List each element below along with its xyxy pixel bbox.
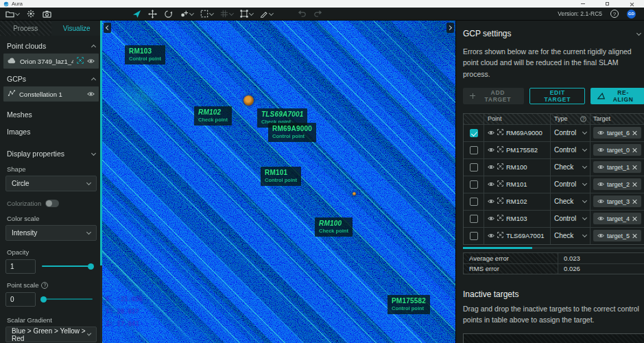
row-focus-icon[interactable] — [497, 232, 503, 239]
remove-target-icon[interactable] — [632, 182, 637, 187]
table-horizontal-scrollbar[interactable] — [463, 247, 644, 249]
target-chip[interactable]: target_6 — [593, 127, 641, 139]
navigate-tool-button[interactable] — [132, 9, 141, 19]
type-dropdown[interactable]: Check — [551, 193, 591, 210]
undo-button[interactable] — [298, 9, 307, 19]
constellation-item[interactable]: Constellation 1 — [3, 86, 99, 102]
add-target-button[interactable]: ADD TARGET — [463, 88, 524, 104]
row-visibility-eye-icon[interactable] — [488, 215, 494, 222]
scalar-gradient-dropdown[interactable]: Blue > Green > Yellow > Red — [5, 327, 97, 342]
add-point-tool-button[interactable] — [180, 9, 193, 19]
visibility-eye-icon[interactable] — [87, 91, 95, 98]
opacity-slider[interactable] — [42, 265, 93, 267]
gcps-section-header[interactable]: GCPs — [7, 75, 95, 83]
row-focus-icon[interactable] — [497, 180, 503, 188]
row-checkbox[interactable] — [470, 129, 478, 137]
row-visibility-eye-icon[interactable] — [488, 146, 494, 154]
gcp-label[interactable]: RM103 Control point — [125, 45, 165, 64]
opacity-input[interactable] — [5, 259, 36, 274]
target-chip[interactable]: target_0 — [593, 144, 641, 156]
point-scale-help-icon[interactable]: ? — [41, 282, 48, 289]
target-visibility-eye-icon[interactable] — [597, 181, 604, 188]
row-checkbox[interactable] — [470, 198, 478, 206]
row-checkbox[interactable] — [470, 180, 478, 189]
row-visibility-eye-icon[interactable] — [488, 163, 494, 171]
tab-visualize[interactable]: Visualize — [51, 21, 103, 36]
screenshot-camera-button[interactable] — [43, 9, 51, 19]
settings-gear-button[interactable] — [27, 9, 35, 19]
row-visibility-eye-icon[interactable] — [488, 232, 494, 239]
visibility-eye-icon[interactable] — [87, 58, 95, 65]
target-visibility-eye-icon[interactable] — [597, 130, 604, 137]
avatar[interactable]: GD — [627, 10, 636, 19]
redo-button[interactable] — [313, 9, 322, 19]
open-project-button[interactable] — [5, 9, 19, 19]
grid-tool-button[interactable] — [220, 9, 233, 19]
rotate-3d-tool-button[interactable] — [164, 9, 173, 19]
gcp-label[interactable]: PM175582 Control point — [387, 295, 430, 314]
target-chip[interactable]: target_2 — [593, 178, 641, 190]
row-focus-icon[interactable] — [497, 215, 503, 222]
remove-target-icon[interactable] — [632, 130, 637, 135]
remove-target-icon[interactable] — [632, 199, 637, 204]
type-dropdown[interactable]: Control — [551, 176, 591, 193]
color-scale-dropdown[interactable]: Intensity — [5, 225, 97, 241]
point-cloud-item[interactable]: Orion 3749_laz1_4.laz — [3, 54, 99, 69]
type-dropdown[interactable]: Control — [551, 142, 591, 158]
point-clouds-section-header[interactable]: Point clouds — [7, 42, 95, 50]
collapse-right-panel-button[interactable] — [446, 23, 454, 33]
colorization-toggle[interactable] — [45, 200, 59, 207]
target-chip[interactable]: target_4 — [593, 213, 641, 224]
target-chip[interactable]: target_1 — [593, 161, 641, 173]
remove-target-icon[interactable] — [632, 147, 637, 152]
gcp-label[interactable]: RM69A9000 Control point — [268, 123, 316, 142]
row-focus-icon[interactable] — [497, 198, 503, 205]
box-select-tool-button[interactable] — [240, 9, 253, 19]
point-cloud-viewport[interactable]: RM103 Control point RM102 Check point TL… — [102, 21, 455, 343]
row-focus-icon[interactable] — [497, 146, 503, 154]
rectangle-select-tool-button[interactable] — [200, 9, 213, 19]
type-dropdown[interactable]: Check — [551, 159, 591, 176]
collapse-panel-chevron-icon[interactable] — [636, 30, 641, 35]
target-visibility-eye-icon[interactable] — [597, 215, 604, 222]
type-dropdown[interactable]: Check — [551, 228, 591, 244]
type-dropdown[interactable]: Control — [551, 125, 591, 141]
pan-move-tool-button[interactable] — [148, 9, 157, 19]
row-focus-icon[interactable] — [497, 129, 503, 137]
shape-dropdown[interactable]: Circle — [5, 176, 97, 191]
row-checkbox[interactable] — [470, 163, 478, 172]
window-close-button[interactable] — [630, 2, 634, 6]
zoom-to-extent-icon[interactable] — [77, 57, 84, 65]
remove-target-icon[interactable] — [632, 165, 637, 169]
images-section-header[interactable]: Images — [7, 128, 95, 136]
target-visibility-eye-icon[interactable] — [597, 147, 604, 154]
realign-button[interactable]: RE-ALIGN — [591, 88, 644, 104]
row-visibility-eye-icon[interactable] — [488, 129, 494, 137]
remove-target-icon[interactable] — [632, 233, 637, 238]
target-chip[interactable]: target_5 — [593, 230, 641, 241]
gcp-label[interactable]: RM101 Control point — [261, 167, 301, 186]
inactive-targets-dropzone[interactable] — [463, 333, 644, 343]
window-minimize-button[interactable] — [581, 3, 585, 4]
gcp-target-marker[interactable] — [243, 95, 254, 106]
gcp-label[interactable]: RM100 Check point — [315, 217, 353, 237]
edit-target-button[interactable]: EDIT TARGET — [529, 88, 585, 104]
point-scale-input[interactable] — [5, 292, 36, 307]
tab-process[interactable]: Process — [0, 21, 51, 36]
measure-tool-button[interactable] — [260, 9, 273, 19]
target-visibility-eye-icon[interactable] — [597, 164, 604, 171]
row-checkbox[interactable] — [470, 146, 478, 154]
target-chip[interactable]: target_3 — [593, 196, 641, 207]
row-focus-icon[interactable] — [497, 163, 503, 171]
help-icon[interactable]: ? — [610, 10, 619, 18]
target-visibility-eye-icon[interactable] — [597, 233, 604, 239]
row-visibility-eye-icon[interactable] — [488, 198, 494, 205]
collapse-left-panel-button[interactable] — [104, 23, 111, 33]
row-visibility-eye-icon[interactable] — [488, 180, 494, 188]
type-dropdown[interactable]: Control — [551, 211, 591, 227]
type-help-icon[interactable]: ? — [580, 116, 586, 122]
display-properties-header[interactable]: Display properties — [7, 150, 95, 158]
target-visibility-eye-icon[interactable] — [597, 198, 604, 205]
row-checkbox[interactable] — [470, 232, 478, 240]
point-scale-slider[interactable] — [42, 298, 93, 300]
